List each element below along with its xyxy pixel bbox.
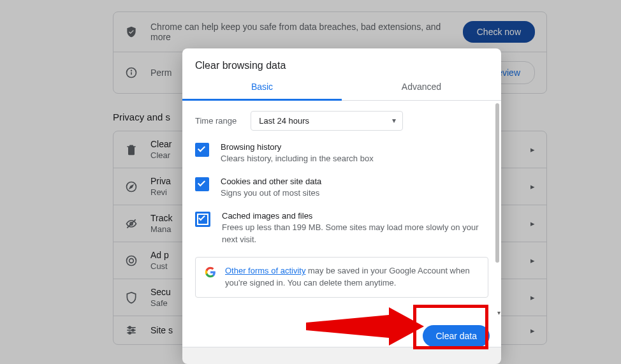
checkbox-cookies[interactable] <box>195 177 209 191</box>
chevron-right-icon: ▸ <box>530 256 535 265</box>
section-heading: Privacy and s <box>113 112 170 122</box>
time-range-label: Time range <box>195 116 237 126</box>
chevron-right-icon: ▸ <box>530 326 535 335</box>
info-icon <box>125 66 138 79</box>
tab-advanced[interactable]: Advanced <box>342 75 501 100</box>
svg-point-8 <box>129 258 134 263</box>
tab-basic[interactable]: Basic <box>182 75 342 101</box>
other-activity-link[interactable]: Other forms of activity <box>225 266 305 275</box>
shield-icon <box>125 25 138 38</box>
svg-point-2 <box>131 70 132 71</box>
svg-point-13 <box>132 329 134 331</box>
opt-history-title: Browsing history <box>221 142 488 152</box>
clear-data-button[interactable]: Clear data <box>423 325 490 347</box>
time-range-select[interactable]: Last 24 hours <box>251 111 403 131</box>
opt-cache-title: Cached images and files <box>222 211 488 221</box>
google-account-info: Other forms of activity may be saved in … <box>195 257 488 298</box>
eye-off-icon <box>125 217 138 230</box>
security-icon <box>125 291 138 304</box>
sliders-icon <box>125 324 138 337</box>
chevron-right-icon: ▸ <box>530 219 535 228</box>
svg-point-14 <box>129 332 131 334</box>
svg-point-12 <box>129 326 131 328</box>
dialog-title: Clear browsing data <box>182 48 501 75</box>
trash-icon <box>125 143 138 156</box>
svg-point-7 <box>127 256 136 265</box>
svg-marker-4 <box>130 185 133 188</box>
check-now-button[interactable]: Check now <box>463 21 535 43</box>
google-icon <box>205 266 216 278</box>
chevron-right-icon: ▸ <box>530 145 535 154</box>
opt-cookies-sub: Signs you out of most sites <box>221 187 488 200</box>
compass-icon <box>125 180 138 193</box>
opt-cookies-title: Cookies and other site data <box>221 177 488 186</box>
safety-message: Chrome can help keep you safe from data … <box>150 22 450 42</box>
opt-cache-sub: Frees up less than 199 MB. Some sites ma… <box>222 222 488 246</box>
chevron-right-icon: ▸ <box>530 182 535 191</box>
checkbox-history[interactable] <box>195 143 209 157</box>
clear-browsing-data-dialog: Clear browsing data Basic Advanced ▾ Tim… <box>182 48 501 360</box>
ad-icon <box>125 254 138 267</box>
scrollbar[interactable]: ▾ <box>495 101 499 316</box>
opt-history-sub: Clears history, including in the search … <box>221 153 488 165</box>
chevron-right-icon: ▸ <box>530 293 535 302</box>
checkbox-cache[interactable] <box>195 212 210 227</box>
dialog-footer-strip <box>182 347 501 364</box>
